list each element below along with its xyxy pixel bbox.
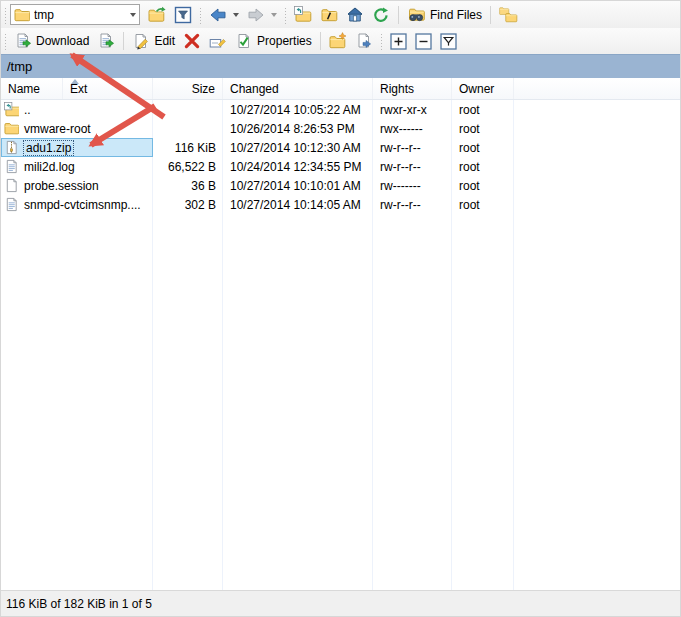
root-directory-icon: [320, 6, 338, 24]
root-directory-button[interactable]: [316, 4, 342, 26]
chevron-down-icon[interactable]: [233, 13, 239, 17]
column-header-row: Name Ext Size Changed Rights Owner: [1, 78, 680, 100]
status-bar: 116 KiB of 182 KiB in 1 of 5: [1, 590, 680, 616]
current-path-bar: /tmp: [1, 54, 680, 78]
file-owner: root: [452, 100, 514, 119]
column-header-ext[interactable]: Ext: [63, 78, 153, 99]
home-button[interactable]: [342, 4, 368, 26]
parent-directory-icon: [294, 6, 312, 24]
remove-from-selection-button[interactable]: [411, 31, 436, 52]
rename-button[interactable]: [205, 30, 231, 52]
edit-icon: [132, 32, 150, 50]
file-size: [153, 119, 223, 138]
file-name: ..: [24, 103, 31, 117]
open-directory-button[interactable]: [144, 4, 170, 26]
toolbar-grip[interactable]: [379, 32, 384, 50]
file-changed: 10/27/2014 10:10:01 AM: [223, 176, 373, 195]
chevron-down-icon[interactable]: [124, 5, 139, 24]
new-directory-button[interactable]: [325, 30, 351, 52]
file-name: mili2d.log: [24, 160, 75, 174]
file-rights: rwx------: [373, 119, 452, 138]
add-to-selection-button[interactable]: [386, 31, 411, 52]
column-header-owner[interactable]: Owner: [452, 78, 514, 99]
delete-button[interactable]: [179, 30, 205, 52]
column-header-filler: [514, 78, 680, 99]
file-owner: root: [452, 195, 514, 214]
find-files-button[interactable]: Find Files: [403, 4, 486, 26]
chevron-down-icon[interactable]: [271, 13, 277, 17]
file-size: 36 B: [153, 176, 223, 195]
toolbar-grip[interactable]: [3, 6, 8, 24]
file-changed: 10/26/2014 8:26:53 PM: [223, 119, 373, 138]
minus-box-icon: [415, 33, 432, 50]
properties-icon: [235, 32, 253, 50]
file-owner: root: [452, 157, 514, 176]
table-row-snmpd[interactable]: snmpd-cvtcimsnmp.... 302 B 10/27/2014 10…: [1, 195, 680, 214]
plus-box-icon: [390, 33, 407, 50]
table-row-probe-session[interactable]: probe.session 36 B 10/27/2014 10:10:01 A…: [1, 176, 680, 195]
filter-button[interactable]: [170, 4, 196, 26]
column-header-changed[interactable]: Changed: [223, 78, 373, 99]
find-files-label: Find Files: [430, 8, 482, 22]
forward-button[interactable]: [243, 4, 281, 26]
sort-ascending-icon: [71, 79, 79, 84]
select-files-button[interactable]: [436, 31, 461, 52]
folder-icon: [4, 121, 19, 136]
text-file-icon: [4, 197, 19, 212]
properties-label: Properties: [257, 34, 312, 48]
download-and-delete-button[interactable]: [93, 30, 119, 52]
file-name: adu1.zip: [24, 141, 73, 155]
new-file-icon: [355, 32, 373, 50]
download-icon: [14, 32, 32, 50]
new-folder-icon: [329, 32, 347, 50]
file-rights: rw-r--r--: [373, 195, 452, 214]
text-file-icon: [4, 159, 19, 174]
back-arrow-icon: [209, 6, 227, 24]
parent-directory-button[interactable]: [290, 4, 316, 26]
file-changed: 10/27/2014 10:05:22 AM: [223, 100, 373, 119]
refresh-button[interactable]: [368, 4, 394, 26]
table-row-adu1-zip[interactable]: adu1.zip 116 KiB 10/27/2014 10:12:30 AM …: [1, 138, 680, 157]
toolbar-separator: [123, 32, 124, 50]
toolbar-separator: [398, 6, 399, 24]
new-file-button[interactable]: [351, 30, 377, 52]
file-size: 302 B: [153, 195, 223, 214]
toolbar-grip[interactable]: [283, 6, 288, 24]
folder-parent-icon: [4, 102, 19, 117]
toolbar-separator: [490, 6, 491, 24]
rename-icon: [209, 32, 227, 50]
file-icon: [4, 178, 19, 193]
file-rights: rw-------: [373, 176, 452, 195]
back-button[interactable]: [205, 4, 243, 26]
edit-button[interactable]: Edit: [128, 30, 179, 52]
table-row-vmware-root[interactable]: vmware-root 10/26/2014 8:26:53 PM rwx---…: [1, 119, 680, 138]
file-name: vmware-root: [24, 122, 91, 136]
properties-button[interactable]: Properties: [231, 30, 316, 52]
table-row-parent-dir[interactable]: .. 10/27/2014 10:05:22 AM rwxr-xr-x root: [1, 100, 680, 119]
file-rights: rwxr-xr-x: [373, 100, 452, 119]
folder-icon: [14, 7, 30, 23]
toolbar-separator: [320, 32, 321, 50]
file-rights: rw-r--r--: [373, 138, 452, 157]
column-header-rights[interactable]: Rights: [373, 78, 452, 99]
current-path: /tmp: [7, 59, 32, 74]
toolbar-grip[interactable]: [3, 32, 8, 50]
download-and-delete-icon: [97, 32, 115, 50]
select-filter-box-icon: [440, 33, 457, 50]
file-name: probe.session: [24, 179, 99, 193]
open-directory-icon: [148, 6, 166, 24]
file-actions-toolbar: Download Edit: [1, 28, 680, 54]
selection-summary: 116 KiB of 182 KiB in 1 of 5: [6, 597, 152, 611]
synchronize-browsing-button[interactable]: [495, 4, 522, 26]
zip-file-icon: [4, 140, 19, 155]
winscp-file-panel: Find Files Download: [0, 0, 681, 617]
column-header-size[interactable]: Size: [153, 78, 223, 99]
directory-input[interactable]: [30, 8, 124, 22]
filter-icon: [174, 6, 192, 24]
file-changed: 10/24/2014 12:34:55 PM: [223, 157, 373, 176]
toolbar-grip[interactable]: [198, 6, 203, 24]
download-button[interactable]: Download: [10, 30, 93, 52]
table-row-mili2d-log[interactable]: mili2d.log 66,522 B 10/24/2014 12:34:55 …: [1, 157, 680, 176]
column-header-name[interactable]: Name: [1, 78, 63, 99]
directory-combobox[interactable]: [10, 4, 140, 25]
